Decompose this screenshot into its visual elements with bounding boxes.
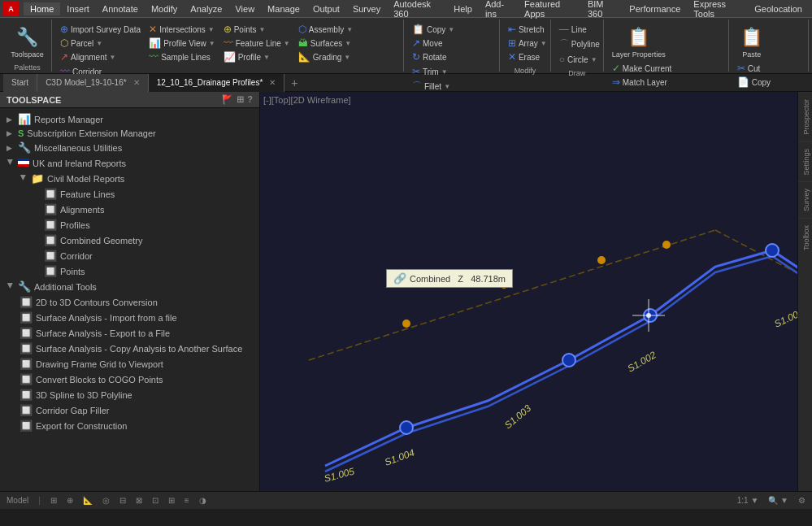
tree-surface-copy[interactable]: 🔲 Surface Analysis - Copy Analysis to An… xyxy=(13,341,259,356)
tree-surface-import[interactable]: 🔲 Surface Analysis - Import from a file xyxy=(13,310,259,325)
tree-3s-label: 3D Spline to 3D Polyline xyxy=(36,390,132,400)
tree-profiles[interactable]: ▶ 🔲 Profiles xyxy=(26,217,259,233)
copy-clip-icon: 📄 xyxy=(737,76,749,88)
tree-combined-geom[interactable]: ▶ 🔲 Combined Geometry xyxy=(26,233,259,248)
tree-convert-blocks[interactable]: 🔲 Convert Blocks to COGO Points xyxy=(13,372,259,387)
menu-expresstools[interactable]: Express Tools xyxy=(687,0,748,20)
tab-c3d-model[interactable]: C3D Model_19-10-16* ✕ xyxy=(37,74,149,92)
status-grid[interactable]: ⊞ xyxy=(50,496,57,505)
intersections-btn[interactable]: ✕ Intersections ▼ xyxy=(145,23,219,36)
menu-output[interactable]: Output xyxy=(306,2,346,15)
status-vp-scale[interactable]: 🔍 ▼ xyxy=(768,496,788,505)
profile-view-btn[interactable]: 📊 Profile View ▼ xyxy=(145,37,219,50)
copy-btn[interactable]: 📋 Copy ▼ xyxy=(409,23,458,36)
menu-view[interactable]: View xyxy=(228,2,261,15)
status-polar[interactable]: ◎ xyxy=(102,496,110,505)
tree-corridor[interactable]: ▶ 🔲 Corridor xyxy=(26,248,259,263)
tree-subscription[interactable]: ▶ S Subscription Extension Manager xyxy=(0,127,259,140)
vtab-settings[interactable]: Settings xyxy=(798,141,812,182)
profile-btn[interactable]: 📈 Profile ▼ xyxy=(220,50,293,63)
toolspace-panel: TOOLSPACE 🚩 ⊞ ? ▶ 📊 Reports Manager ▶ S … xyxy=(0,92,260,491)
tree-al-label: Alignments xyxy=(60,205,104,215)
make-current-btn[interactable]: ✓ Make Current xyxy=(609,62,675,75)
menu-manage[interactable]: Manage xyxy=(261,2,306,15)
tree-civil-model[interactable]: ▶ 📁 Civil Model Reports xyxy=(13,171,259,186)
line-btn[interactable]: — Line xyxy=(556,23,603,36)
grading-btn[interactable]: 📐 Grading ▼ xyxy=(295,50,356,63)
layer-properties-btn[interactable]: 📋 Layer Properties xyxy=(609,23,669,60)
sample-lines-btn[interactable]: 〰 Sample Lines xyxy=(145,50,219,63)
tab-drainage[interactable]: 12_10_16_Drainage Profiles* ✕ xyxy=(149,74,285,92)
vtab-prospector[interactable]: Prospector xyxy=(798,92,812,141)
menu-survey[interactable]: Survey xyxy=(346,2,387,15)
import-survey-btn[interactable]: ⊕ Import Survey Data xyxy=(57,23,144,36)
vtab-survey[interactable]: Survey xyxy=(798,181,812,218)
move-btn[interactable]: ↗ Move xyxy=(409,37,458,50)
tree-additional-tools[interactable]: ▶ 🔧 Additional Tools xyxy=(0,279,259,294)
tree-reports-manager[interactable]: ▶ 📊 Reports Manager xyxy=(0,111,259,127)
trim-btn[interactable]: ✂ Trim ▼ xyxy=(409,65,454,78)
rotate-btn[interactable]: ↻ Rotate xyxy=(409,50,458,63)
menu-featuredapps[interactable]: Featured Apps xyxy=(518,0,581,20)
status-anno-scale[interactable]: 1:1 ▼ xyxy=(737,496,759,505)
menu-modify[interactable]: Modify xyxy=(145,2,184,15)
circle-btn[interactable]: ○ Circle ▼ xyxy=(556,53,603,66)
tab-drainage-close[interactable]: ✕ xyxy=(269,78,276,87)
feature-line-btn[interactable]: 〰 Feature Line ▼ xyxy=(220,37,293,50)
tree-surface-export[interactable]: 🔲 Surface Analysis - Export to a File xyxy=(13,325,259,341)
parcel-btn[interactable]: ⬡ Parcel ▼ xyxy=(57,37,144,50)
tree-3d-spline[interactable]: 🔲 3D Spline to 3D Polyline xyxy=(13,387,259,402)
copy-clip-btn[interactable]: 📄 Copy xyxy=(734,76,774,89)
status-ortho[interactable]: 📐 xyxy=(83,496,93,505)
surfaces-btn[interactable]: 🏔 Surfaces ▼ xyxy=(295,37,356,50)
paste-btn[interactable]: 📋 Paste xyxy=(734,23,770,60)
menu-performance[interactable]: Performance xyxy=(623,2,687,15)
tree-uk[interactable]: ▶ UK and Ireland Reports xyxy=(0,155,259,171)
cut-btn[interactable]: ✂ Cut xyxy=(734,62,774,75)
assembly-btn[interactable]: ⬡ Assembly ▼ xyxy=(295,23,356,36)
status-dyn[interactable]: ⊞ xyxy=(168,496,175,505)
menu-annotate[interactable]: Annotate xyxy=(96,2,145,15)
tree-misc[interactable]: ▶ 🔧 Miscellaneous Utilities xyxy=(0,140,259,155)
viewport[interactable]: [-][Top][2D Wireframe] xyxy=(260,92,812,491)
feature-line-icon: 〰 xyxy=(224,37,233,49)
array-btn[interactable]: ⊞ Array ▼ xyxy=(505,37,550,50)
status-snap[interactable]: ⊕ xyxy=(67,496,73,505)
menu-bim360[interactable]: BIM 360 xyxy=(581,0,623,20)
tree-drawing-frame[interactable]: 🔲 Drawing Frame Grid to Viewport xyxy=(13,356,259,372)
stretch-btn[interactable]: ⇤ Stretch xyxy=(505,23,550,36)
vtab-toolbox[interactable]: Toolbox xyxy=(798,218,812,257)
tree-feature-lines[interactable]: ▶ 🔲 Feature Lines xyxy=(26,186,259,202)
tab-start[interactable]: Start xyxy=(3,74,37,92)
tree-export-construction[interactable]: 🔲 Export for Construction xyxy=(13,418,259,433)
status-ducs[interactable]: ⊡ xyxy=(152,496,158,505)
menu-analyze[interactable]: Analyze xyxy=(184,2,228,15)
toolspace-ctrl1[interactable]: ⊞ xyxy=(237,94,244,105)
tree-2d-3d[interactable]: 🔲 2D to 3D Contours Conversion xyxy=(13,294,259,310)
alignment-btn[interactable]: ↗ Alignment ▼ xyxy=(57,50,144,63)
match-layer-btn[interactable]: ⇒ Match Layer xyxy=(609,76,675,89)
erase-btn[interactable]: ✕ Erase xyxy=(505,50,550,63)
menu-insert[interactable]: Insert xyxy=(60,2,96,15)
tree-alignments[interactable]: ▶ 🔲 Alignments xyxy=(26,202,259,217)
status-transparency[interactable]: ◑ xyxy=(199,496,206,505)
svg-point-11 xyxy=(562,354,575,367)
tree-points[interactable]: ▶ 🔲 Points xyxy=(26,263,259,279)
menu-geolocation[interactable]: Geolocation xyxy=(748,2,809,15)
menu-help[interactable]: Help xyxy=(447,2,479,15)
status-otrack[interactable]: ⊠ xyxy=(136,496,142,505)
status-workspace[interactable]: ⚙ xyxy=(798,496,805,505)
status-lw[interactable]: ≡ xyxy=(185,496,189,505)
tree-corridor-gap[interactable]: 🔲 Corridor Gap Filler xyxy=(13,402,259,418)
tab-add-btn[interactable]: + xyxy=(284,75,304,91)
status-osnap[interactable]: ⊟ xyxy=(119,496,126,505)
points-btn[interactable]: ⊕ Points ▼ xyxy=(220,23,293,36)
polyline-btn[interactable]: ⌒ Polyline xyxy=(556,37,603,52)
toolspace-btn[interactable]: 🔧 Toolspace xyxy=(8,23,46,60)
toolspace-ctrl2[interactable]: ? xyxy=(247,94,253,105)
menu-home[interactable]: Home xyxy=(24,2,60,15)
menu-addins[interactable]: Add-ins xyxy=(479,0,518,20)
tab-c3d-close[interactable]: ✕ xyxy=(133,78,140,87)
trim-label: Trim xyxy=(423,67,439,76)
menu-autodesk360[interactable]: Autodesk 360 xyxy=(387,0,447,20)
